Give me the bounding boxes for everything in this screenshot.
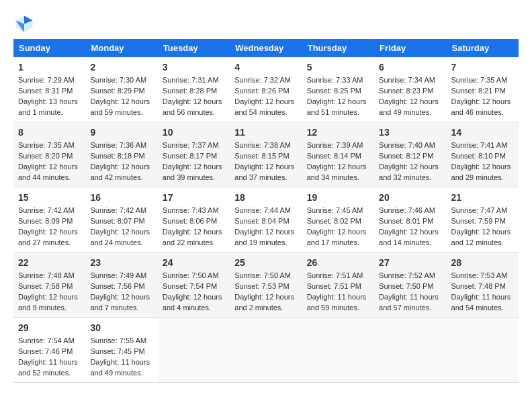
day-number: 7 (451, 60, 514, 74)
day-number: 13 (379, 126, 441, 139)
calendar-cell: 15Sunrise: 7:42 AMSunset: 8:09 PMDayligh… (13, 187, 85, 253)
sunrise-text: Sunrise: 7:42 AM (90, 206, 146, 214)
daylight-text: Daylight: 12 hours and 56 minutes. (163, 97, 222, 116)
calendar-cell: 20Sunrise: 7:46 AMSunset: 8:01 PMDayligh… (374, 187, 446, 253)
sunset-text: Sunset: 8:23 PM (379, 87, 433, 95)
calendar-cell: 25Sunrise: 7:50 AMSunset: 7:53 PMDayligh… (230, 253, 302, 318)
day-number: 27 (379, 256, 441, 269)
sunset-text: Sunset: 7:50 PM (379, 282, 433, 290)
sunset-text: Sunset: 8:12 PM (379, 152, 433, 160)
sunset-text: Sunset: 7:59 PM (451, 217, 506, 225)
day-number: 16 (90, 191, 152, 204)
daylight-text: Daylight: 12 hours and 2 minutes. (234, 293, 294, 312)
daylight-text: Daylight: 12 hours and 49 minutes. (379, 97, 439, 116)
sunrise-text: Sunrise: 7:39 AM (307, 141, 363, 149)
sunrise-text: Sunrise: 7:34 AM (379, 76, 435, 84)
daylight-text: Daylight: 12 hours and 37 minutes. (234, 163, 294, 181)
sunrise-text: Sunrise: 7:35 AM (18, 141, 75, 149)
calendar-cell: 28Sunrise: 7:53 AMSunset: 7:48 PMDayligh… (447, 253, 519, 318)
calendar-cell: 9Sunrise: 7:36 AMSunset: 8:18 PMDaylight… (85, 122, 157, 187)
calendar-week-row: 1Sunrise: 7:29 AMSunset: 8:31 PMDaylight… (13, 57, 519, 122)
sunset-text: Sunset: 8:20 PM (18, 152, 73, 160)
day-number: 28 (451, 256, 514, 269)
day-number: 21 (451, 191, 514, 204)
sunrise-text: Sunrise: 7:37 AM (163, 141, 219, 149)
daylight-text: Daylight: 12 hours and 54 minutes. (234, 97, 294, 116)
day-number: 20 (379, 191, 441, 204)
sunrise-text: Sunrise: 7:32 AM (234, 76, 291, 84)
calendar-cell: 29Sunrise: 7:54 AMSunset: 7:46 PMDayligh… (13, 318, 85, 383)
sunset-text: Sunset: 8:26 PM (234, 87, 289, 95)
daylight-text: Daylight: 12 hours and 12 minutes. (451, 228, 511, 246)
day-number: 3 (163, 60, 225, 74)
daylight-text: Daylight: 12 hours and 27 minutes. (18, 228, 78, 246)
sunset-text: Sunset: 7:53 PM (234, 282, 289, 290)
page-header (13, 13, 519, 32)
day-number: 17 (163, 191, 225, 204)
day-number: 14 (451, 126, 514, 139)
day-number: 6 (379, 60, 441, 74)
daylight-text: Daylight: 12 hours and 19 minutes. (234, 228, 294, 246)
calendar-cell (158, 318, 230, 383)
sunrise-text: Sunrise: 7:51 AM (307, 271, 363, 279)
calendar-cell (447, 318, 519, 383)
day-number: 9 (90, 126, 152, 139)
sunset-text: Sunset: 8:14 PM (307, 152, 361, 160)
sunrise-text: Sunrise: 7:33 AM (307, 76, 363, 84)
calendar-cell: 1Sunrise: 7:29 AMSunset: 8:31 PMDaylight… (13, 57, 85, 122)
sunset-text: Sunset: 8:09 PM (18, 217, 73, 225)
col-monday: Monday (85, 39, 157, 57)
day-number: 18 (234, 191, 297, 204)
daylight-text: Daylight: 12 hours and 14 minutes. (379, 228, 439, 246)
col-saturday: Saturday (447, 39, 519, 57)
sunrise-text: Sunrise: 7:29 AM (18, 76, 75, 84)
calendar-cell: 18Sunrise: 7:44 AMSunset: 8:04 PMDayligh… (230, 187, 302, 253)
daylight-text: Daylight: 12 hours and 39 minutes. (163, 163, 222, 181)
calendar-cell: 10Sunrise: 7:37 AMSunset: 8:17 PMDayligh… (158, 122, 230, 187)
sunset-text: Sunset: 8:04 PM (234, 217, 289, 225)
daylight-text: Daylight: 12 hours and 22 minutes. (163, 228, 222, 246)
calendar-cell: 2Sunrise: 7:30 AMSunset: 8:29 PMDaylight… (85, 57, 157, 122)
day-number: 2 (90, 60, 152, 74)
daylight-text: Daylight: 12 hours and 46 minutes. (451, 97, 511, 116)
sunset-text: Sunset: 7:46 PM (18, 347, 73, 355)
daylight-text: Daylight: 12 hours and 32 minutes. (379, 163, 439, 181)
day-number: 10 (163, 126, 225, 139)
sunset-text: Sunset: 8:25 PM (307, 87, 361, 95)
sunset-text: Sunset: 8:28 PM (163, 87, 217, 95)
calendar-cell: 27Sunrise: 7:52 AMSunset: 7:50 PMDayligh… (374, 253, 446, 318)
day-number: 26 (307, 256, 369, 269)
sunset-text: Sunset: 8:10 PM (451, 152, 506, 160)
sunrise-text: Sunrise: 7:41 AM (451, 141, 508, 149)
calendar-cell: 30Sunrise: 7:55 AMSunset: 7:45 PMDayligh… (85, 318, 157, 383)
day-number: 12 (307, 126, 369, 139)
sunset-text: Sunset: 8:18 PM (90, 152, 144, 160)
sunrise-text: Sunrise: 7:54 AM (18, 336, 75, 345)
daylight-text: Daylight: 11 hours and 49 minutes. (90, 358, 150, 377)
day-number: 5 (307, 60, 369, 74)
sunrise-text: Sunrise: 7:40 AM (379, 141, 435, 149)
calendar-week-row: 8Sunrise: 7:35 AMSunset: 8:20 PMDaylight… (13, 122, 519, 187)
calendar-cell: 8Sunrise: 7:35 AMSunset: 8:20 PMDaylight… (13, 122, 85, 187)
sunset-text: Sunset: 8:15 PM (234, 152, 289, 160)
sunset-text: Sunset: 8:07 PM (90, 217, 144, 225)
daylight-text: Daylight: 12 hours and 29 minutes. (451, 163, 511, 181)
daylight-text: Daylight: 12 hours and 9 minutes. (18, 293, 78, 312)
sunrise-text: Sunrise: 7:50 AM (234, 271, 291, 279)
daylight-text: Daylight: 13 hours and 1 minute. (18, 97, 78, 116)
calendar-cell: 12Sunrise: 7:39 AMSunset: 8:14 PMDayligh… (302, 122, 374, 187)
day-number: 30 (90, 321, 152, 334)
calendar-cell: 14Sunrise: 7:41 AMSunset: 8:10 PMDayligh… (447, 122, 519, 187)
sunset-text: Sunset: 8:06 PM (163, 217, 217, 225)
calendar-cell: 5Sunrise: 7:33 AMSunset: 8:25 PMDaylight… (302, 57, 374, 122)
day-number: 11 (234, 126, 297, 139)
calendar-week-row: 29Sunrise: 7:54 AMSunset: 7:46 PMDayligh… (13, 318, 519, 383)
daylight-text: Daylight: 12 hours and 59 minutes. (90, 97, 150, 116)
sunrise-text: Sunrise: 7:38 AM (234, 141, 291, 149)
sunrise-text: Sunrise: 7:44 AM (234, 206, 291, 214)
calendar-cell: 7Sunrise: 7:35 AMSunset: 8:21 PMDaylight… (447, 57, 519, 122)
sunrise-text: Sunrise: 7:55 AM (90, 336, 146, 345)
calendar-cell: 24Sunrise: 7:50 AMSunset: 7:54 PMDayligh… (158, 253, 230, 318)
calendar-cell (230, 318, 302, 383)
daylight-text: Daylight: 12 hours and 34 minutes. (307, 163, 367, 181)
